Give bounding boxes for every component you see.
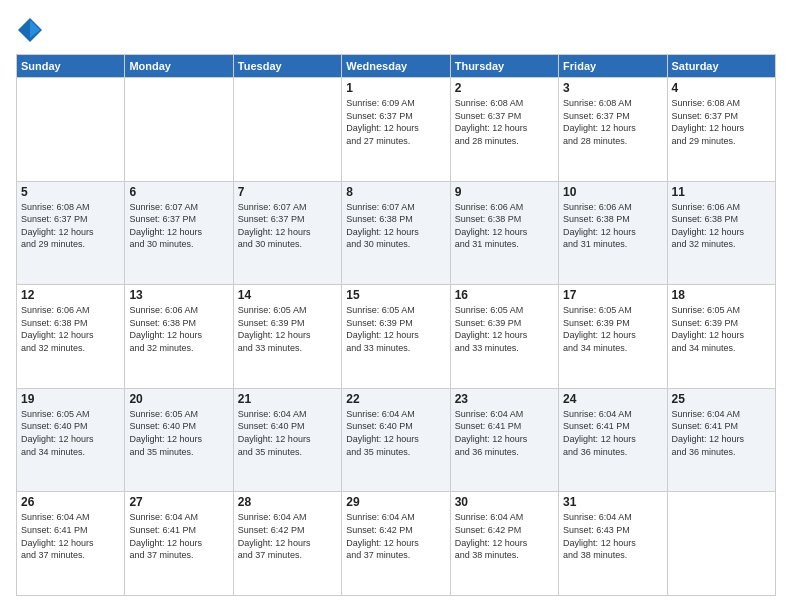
day-number: 22 bbox=[346, 392, 445, 406]
day-info: Sunrise: 6:08 AM Sunset: 6:37 PM Dayligh… bbox=[455, 97, 554, 147]
day-info: Sunrise: 6:08 AM Sunset: 6:37 PM Dayligh… bbox=[563, 97, 662, 147]
calendar-cell: 18Sunrise: 6:05 AM Sunset: 6:39 PM Dayli… bbox=[667, 285, 775, 389]
day-info: Sunrise: 6:07 AM Sunset: 6:38 PM Dayligh… bbox=[346, 201, 445, 251]
day-info: Sunrise: 6:04 AM Sunset: 6:42 PM Dayligh… bbox=[455, 511, 554, 561]
day-number: 30 bbox=[455, 495, 554, 509]
day-number: 9 bbox=[455, 185, 554, 199]
calendar-cell: 21Sunrise: 6:04 AM Sunset: 6:40 PM Dayli… bbox=[233, 388, 341, 492]
day-number: 27 bbox=[129, 495, 228, 509]
day-number: 29 bbox=[346, 495, 445, 509]
header bbox=[16, 16, 776, 44]
calendar-cell: 19Sunrise: 6:05 AM Sunset: 6:40 PM Dayli… bbox=[17, 388, 125, 492]
calendar-cell: 12Sunrise: 6:06 AM Sunset: 6:38 PM Dayli… bbox=[17, 285, 125, 389]
day-number: 24 bbox=[563, 392, 662, 406]
calendar-cell: 6Sunrise: 6:07 AM Sunset: 6:37 PM Daylig… bbox=[125, 181, 233, 285]
day-number: 25 bbox=[672, 392, 771, 406]
calendar-week-row: 5Sunrise: 6:08 AM Sunset: 6:37 PM Daylig… bbox=[17, 181, 776, 285]
calendar-cell: 25Sunrise: 6:04 AM Sunset: 6:41 PM Dayli… bbox=[667, 388, 775, 492]
day-info: Sunrise: 6:05 AM Sunset: 6:39 PM Dayligh… bbox=[238, 304, 337, 354]
calendar-cell: 1Sunrise: 6:09 AM Sunset: 6:37 PM Daylig… bbox=[342, 78, 450, 182]
day-info: Sunrise: 6:06 AM Sunset: 6:38 PM Dayligh… bbox=[129, 304, 228, 354]
day-info: Sunrise: 6:05 AM Sunset: 6:39 PM Dayligh… bbox=[672, 304, 771, 354]
calendar-cell: 2Sunrise: 6:08 AM Sunset: 6:37 PM Daylig… bbox=[450, 78, 558, 182]
day-number: 31 bbox=[563, 495, 662, 509]
calendar-cell: 24Sunrise: 6:04 AM Sunset: 6:41 PM Dayli… bbox=[559, 388, 667, 492]
calendar-week-row: 1Sunrise: 6:09 AM Sunset: 6:37 PM Daylig… bbox=[17, 78, 776, 182]
day-number: 18 bbox=[672, 288, 771, 302]
calendar-header-row: SundayMondayTuesdayWednesdayThursdayFrid… bbox=[17, 55, 776, 78]
calendar-cell bbox=[667, 492, 775, 596]
day-number: 16 bbox=[455, 288, 554, 302]
day-number: 10 bbox=[563, 185, 662, 199]
calendar-cell: 10Sunrise: 6:06 AM Sunset: 6:38 PM Dayli… bbox=[559, 181, 667, 285]
calendar-cell: 11Sunrise: 6:06 AM Sunset: 6:38 PM Dayli… bbox=[667, 181, 775, 285]
day-number: 8 bbox=[346, 185, 445, 199]
day-info: Sunrise: 6:06 AM Sunset: 6:38 PM Dayligh… bbox=[672, 201, 771, 251]
calendar-header-sunday: Sunday bbox=[17, 55, 125, 78]
day-info: Sunrise: 6:04 AM Sunset: 6:40 PM Dayligh… bbox=[346, 408, 445, 458]
calendar-cell: 26Sunrise: 6:04 AM Sunset: 6:41 PM Dayli… bbox=[17, 492, 125, 596]
calendar-cell: 4Sunrise: 6:08 AM Sunset: 6:37 PM Daylig… bbox=[667, 78, 775, 182]
day-number: 11 bbox=[672, 185, 771, 199]
calendar-cell: 14Sunrise: 6:05 AM Sunset: 6:39 PM Dayli… bbox=[233, 285, 341, 389]
calendar-header-saturday: Saturday bbox=[667, 55, 775, 78]
calendar-cell: 16Sunrise: 6:05 AM Sunset: 6:39 PM Dayli… bbox=[450, 285, 558, 389]
day-info: Sunrise: 6:06 AM Sunset: 6:38 PM Dayligh… bbox=[21, 304, 120, 354]
calendar-cell: 13Sunrise: 6:06 AM Sunset: 6:38 PM Dayli… bbox=[125, 285, 233, 389]
day-info: Sunrise: 6:07 AM Sunset: 6:37 PM Dayligh… bbox=[129, 201, 228, 251]
calendar-header-wednesday: Wednesday bbox=[342, 55, 450, 78]
day-info: Sunrise: 6:09 AM Sunset: 6:37 PM Dayligh… bbox=[346, 97, 445, 147]
day-info: Sunrise: 6:04 AM Sunset: 6:41 PM Dayligh… bbox=[672, 408, 771, 458]
calendar-cell: 27Sunrise: 6:04 AM Sunset: 6:41 PM Dayli… bbox=[125, 492, 233, 596]
calendar-cell bbox=[233, 78, 341, 182]
day-number: 21 bbox=[238, 392, 337, 406]
calendar-header-friday: Friday bbox=[559, 55, 667, 78]
calendar-header-tuesday: Tuesday bbox=[233, 55, 341, 78]
calendar-header-monday: Monday bbox=[125, 55, 233, 78]
calendar-week-row: 26Sunrise: 6:04 AM Sunset: 6:41 PM Dayli… bbox=[17, 492, 776, 596]
calendar-cell: 28Sunrise: 6:04 AM Sunset: 6:42 PM Dayli… bbox=[233, 492, 341, 596]
day-info: Sunrise: 6:04 AM Sunset: 6:41 PM Dayligh… bbox=[563, 408, 662, 458]
day-number: 17 bbox=[563, 288, 662, 302]
calendar-header-thursday: Thursday bbox=[450, 55, 558, 78]
calendar-cell: 5Sunrise: 6:08 AM Sunset: 6:37 PM Daylig… bbox=[17, 181, 125, 285]
day-info: Sunrise: 6:05 AM Sunset: 6:40 PM Dayligh… bbox=[129, 408, 228, 458]
day-info: Sunrise: 6:08 AM Sunset: 6:37 PM Dayligh… bbox=[21, 201, 120, 251]
day-number: 2 bbox=[455, 81, 554, 95]
calendar-cell: 22Sunrise: 6:04 AM Sunset: 6:40 PM Dayli… bbox=[342, 388, 450, 492]
day-number: 23 bbox=[455, 392, 554, 406]
day-info: Sunrise: 6:05 AM Sunset: 6:39 PM Dayligh… bbox=[346, 304, 445, 354]
calendar-cell: 15Sunrise: 6:05 AM Sunset: 6:39 PM Dayli… bbox=[342, 285, 450, 389]
day-number: 3 bbox=[563, 81, 662, 95]
calendar-cell bbox=[125, 78, 233, 182]
calendar-cell: 23Sunrise: 6:04 AM Sunset: 6:41 PM Dayli… bbox=[450, 388, 558, 492]
calendar-cell: 31Sunrise: 6:04 AM Sunset: 6:43 PM Dayli… bbox=[559, 492, 667, 596]
day-number: 5 bbox=[21, 185, 120, 199]
calendar-table: SundayMondayTuesdayWednesdayThursdayFrid… bbox=[16, 54, 776, 596]
day-number: 1 bbox=[346, 81, 445, 95]
day-number: 19 bbox=[21, 392, 120, 406]
day-info: Sunrise: 6:04 AM Sunset: 6:41 PM Dayligh… bbox=[21, 511, 120, 561]
day-info: Sunrise: 6:05 AM Sunset: 6:40 PM Dayligh… bbox=[21, 408, 120, 458]
calendar-cell: 7Sunrise: 6:07 AM Sunset: 6:37 PM Daylig… bbox=[233, 181, 341, 285]
calendar-week-row: 12Sunrise: 6:06 AM Sunset: 6:38 PM Dayli… bbox=[17, 285, 776, 389]
day-number: 15 bbox=[346, 288, 445, 302]
day-number: 13 bbox=[129, 288, 228, 302]
calendar-week-row: 19Sunrise: 6:05 AM Sunset: 6:40 PM Dayli… bbox=[17, 388, 776, 492]
logo-icon bbox=[16, 16, 44, 44]
day-number: 7 bbox=[238, 185, 337, 199]
calendar-cell: 29Sunrise: 6:04 AM Sunset: 6:42 PM Dayli… bbox=[342, 492, 450, 596]
calendar-cell: 3Sunrise: 6:08 AM Sunset: 6:37 PM Daylig… bbox=[559, 78, 667, 182]
logo bbox=[16, 16, 46, 44]
day-number: 6 bbox=[129, 185, 228, 199]
day-info: Sunrise: 6:06 AM Sunset: 6:38 PM Dayligh… bbox=[563, 201, 662, 251]
day-info: Sunrise: 6:08 AM Sunset: 6:37 PM Dayligh… bbox=[672, 97, 771, 147]
day-info: Sunrise: 6:05 AM Sunset: 6:39 PM Dayligh… bbox=[455, 304, 554, 354]
day-info: Sunrise: 6:05 AM Sunset: 6:39 PM Dayligh… bbox=[563, 304, 662, 354]
day-info: Sunrise: 6:06 AM Sunset: 6:38 PM Dayligh… bbox=[455, 201, 554, 251]
day-number: 12 bbox=[21, 288, 120, 302]
day-info: Sunrise: 6:04 AM Sunset: 6:42 PM Dayligh… bbox=[238, 511, 337, 561]
day-info: Sunrise: 6:04 AM Sunset: 6:41 PM Dayligh… bbox=[129, 511, 228, 561]
calendar-cell: 17Sunrise: 6:05 AM Sunset: 6:39 PM Dayli… bbox=[559, 285, 667, 389]
calendar-cell: 20Sunrise: 6:05 AM Sunset: 6:40 PM Dayli… bbox=[125, 388, 233, 492]
